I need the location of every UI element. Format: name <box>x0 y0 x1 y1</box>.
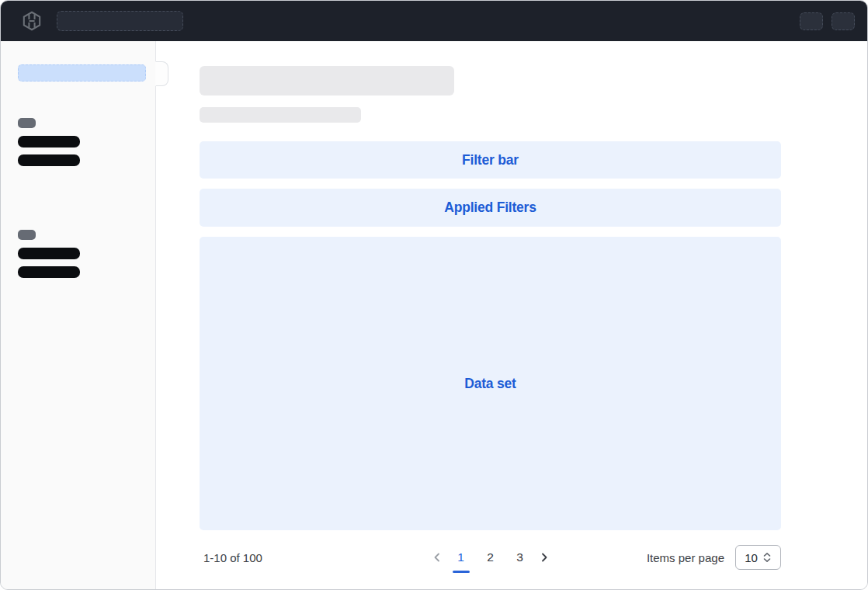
nav-actions <box>800 12 855 30</box>
items-per-page-value: 10 <box>745 551 758 564</box>
next-page-button[interactable] <box>535 543 554 571</box>
filter-bar-label: Filter bar <box>462 152 519 168</box>
sidebar-active-item-skeleton <box>18 64 146 82</box>
filter-bar-placeholder: Filter bar <box>200 141 781 179</box>
page-title-skeleton <box>200 66 454 95</box>
pagination-range: 1-10 of 100 <box>203 551 262 564</box>
sidebar-section-title-skeleton <box>18 118 36 128</box>
app-window: Filter bar Applied Filters Data set 1-10… <box>0 0 868 590</box>
pager: 1 2 3 <box>428 541 554 574</box>
nav-action-skeleton <box>832 12 855 30</box>
hashicorp-logo-icon <box>22 11 42 31</box>
items-per-page-select[interactable]: 10 <box>735 545 781 570</box>
page-button-3[interactable]: 3 <box>511 543 529 571</box>
pagination: 1-10 of 100 1 2 3 Items per page <box>200 541 781 574</box>
page-button-2[interactable]: 2 <box>481 543 500 571</box>
sidebar-nav-item-skeleton <box>18 154 80 166</box>
applied-filters-label: Applied Filters <box>444 200 536 216</box>
main-content: Filter bar Applied Filters Data set 1-10… <box>200 41 781 574</box>
data-set-label: Data set <box>464 376 516 392</box>
nav-search-skeleton <box>57 11 183 31</box>
top-navbar <box>1 1 867 41</box>
sidebar-nav-item-skeleton <box>18 266 80 278</box>
items-per-page-label: Items per page <box>647 551 724 564</box>
app-body: Filter bar Applied Filters Data set 1-10… <box>1 41 867 589</box>
data-set-placeholder: Data set <box>200 237 781 530</box>
sidebar <box>1 41 156 589</box>
prev-page-button[interactable] <box>428 543 446 571</box>
chevron-up-down-icon <box>762 552 772 563</box>
main-area: Filter bar Applied Filters Data set 1-10… <box>156 41 867 589</box>
sidebar-nav-item-skeleton <box>18 248 80 259</box>
chevron-right-icon <box>539 552 550 563</box>
sidebar-section-title-skeleton <box>18 230 36 240</box>
items-per-page: Items per page 10 <box>647 545 781 570</box>
chevron-left-icon <box>432 552 443 563</box>
page-subtitle-skeleton <box>200 107 361 123</box>
nav-action-skeleton <box>800 12 823 30</box>
sidebar-toggle-button[interactable] <box>155 61 168 86</box>
applied-filters-placeholder: Applied Filters <box>200 189 781 227</box>
page-button-1[interactable]: 1 <box>452 543 470 571</box>
sidebar-nav-item-skeleton <box>18 136 80 148</box>
